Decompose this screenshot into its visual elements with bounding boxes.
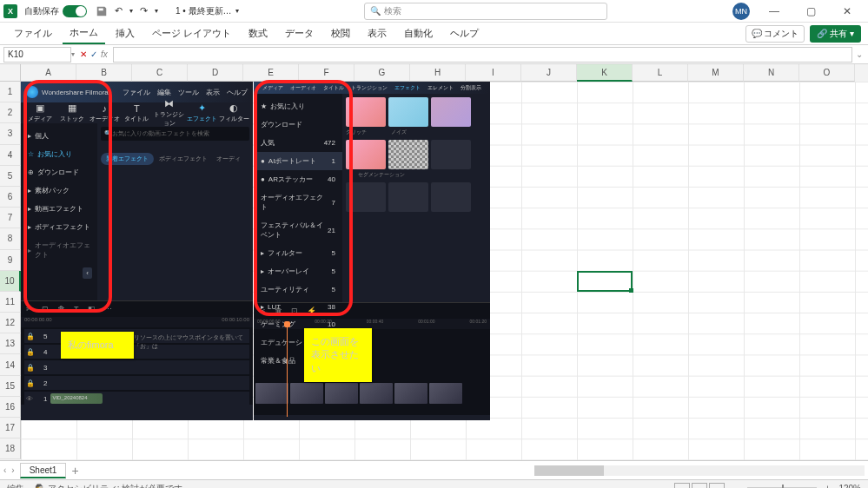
column-header[interactable]: F xyxy=(299,64,354,82)
selected-cell[interactable] xyxy=(577,271,633,292)
ribbon-tab-help[interactable]: ヘルプ xyxy=(443,23,486,43)
timeline-clip[interactable] xyxy=(255,383,288,404)
filmora-side-item[interactable]: 人気 472 xyxy=(254,134,342,152)
marker-icon[interactable]: ◧ xyxy=(88,305,96,313)
more-icon[interactable]: ⋯ xyxy=(104,305,112,313)
ribbon-tab-review[interactable]: 校閲 xyxy=(324,23,357,43)
delete-icon[interactable]: 🗑 xyxy=(57,305,65,313)
filmora-track[interactable]: 👁1VID_20240824 xyxy=(24,392,249,406)
maximize-button[interactable]: ▢ xyxy=(798,5,823,17)
fill-handle[interactable] xyxy=(629,288,633,293)
zoom-level[interactable]: 120% xyxy=(838,484,861,488)
column-header[interactable]: J xyxy=(521,64,577,82)
formula-input[interactable] xyxy=(113,47,852,63)
sticky-note-right[interactable]: この画面を表示させたい xyxy=(304,328,372,382)
chevron-down-icon[interactable]: ▾ xyxy=(129,7,133,15)
cell-area[interactable]: Wondershare Filmora ファイル 編集 ツール 表示 ヘルプ ▣… xyxy=(21,82,868,460)
row-header[interactable]: 10 xyxy=(0,271,21,292)
ribbon-tab-view[interactable]: 表示 xyxy=(361,23,394,43)
minimize-button[interactable]: — xyxy=(762,5,786,17)
timeline-clip[interactable] xyxy=(325,383,358,404)
filmora-side-item[interactable]: ユーティリティ 5 xyxy=(254,280,342,299)
row-header[interactable]: 7 xyxy=(0,208,21,228)
playhead-icon[interactable] xyxy=(287,325,288,417)
ribbon-tab-pagelayout[interactable]: ページ レイアウト xyxy=(145,23,238,43)
fx-icon[interactable]: fx xyxy=(101,49,108,59)
row-header[interactable]: 18 xyxy=(0,439,21,459)
embedded-image-filmora-target[interactable]: メディア オーディオ タイトル トランジション エフェクト エレメント 分割表示… xyxy=(254,82,490,420)
row-header[interactable]: 14 xyxy=(0,354,21,375)
ribbon-tab-automate[interactable]: 自動化 xyxy=(397,23,440,43)
effect-thumbnail[interactable] xyxy=(388,97,428,127)
filmora-tab-filter[interactable]: ◐フィルター xyxy=(219,102,249,123)
ribbon-tab-formulas[interactable]: 数式 xyxy=(242,23,275,43)
filmora-tab-effect[interactable]: ✦エフェクト xyxy=(186,102,216,123)
filmora-pill-body[interactable]: ボディエフェクト xyxy=(159,155,208,162)
tool-icon[interactable]: ✂ xyxy=(259,307,266,315)
filmora-side-item-aiportrait[interactable]: ● AIポートレート 1 xyxy=(254,152,342,170)
expand-formula-bar-icon[interactable]: ⌄ xyxy=(856,49,868,59)
chevron-down-icon[interactable]: ▾ xyxy=(155,7,158,15)
comments-button[interactable]: 💬 コメント xyxy=(745,25,805,43)
column-header[interactable]: M xyxy=(688,64,744,82)
collapse-icon[interactable]: ‹ xyxy=(83,267,92,279)
filmora-side-personal[interactable]: ▸ 個人 xyxy=(21,127,97,145)
row-header[interactable]: 5 xyxy=(0,166,21,187)
row-header[interactable]: 13 xyxy=(0,333,21,354)
page-break-view-button[interactable] xyxy=(709,483,725,489)
row-header[interactable]: 16 xyxy=(0,397,21,418)
close-button[interactable]: ✕ xyxy=(835,5,859,17)
filmora-tab-title[interactable]: Tタイトル xyxy=(122,103,152,123)
column-header[interactable]: E xyxy=(243,64,299,82)
sticky-note-left[interactable]: 私のfimora xyxy=(61,332,134,359)
column-header[interactable]: I xyxy=(466,64,521,82)
filmora-tab-stock[interactable]: ▦ストック xyxy=(56,102,87,123)
filmora-side-item[interactable]: フェスティバル＆イベント 21 xyxy=(254,216,342,244)
filmora-tab-media[interactable]: ▣メディア xyxy=(24,102,55,123)
filmora-side-download[interactable]: ⊕ ダウンロード xyxy=(21,163,97,181)
sheet-nav-next-icon[interactable]: › xyxy=(11,465,14,475)
column-header[interactable]: L xyxy=(633,64,688,82)
timeline-clip[interactable] xyxy=(360,383,393,404)
filmora-side-item[interactable]: ★ お気に入り xyxy=(254,97,342,115)
filmora-pill-audio[interactable]: オーディ xyxy=(216,155,241,162)
autosave-toggle[interactable]: 自動保存 xyxy=(24,5,87,17)
select-all-corner[interactable] xyxy=(0,64,21,82)
column-header[interactable]: A xyxy=(21,64,76,82)
redo-icon[interactable]: ↷ xyxy=(140,5,148,16)
filmora-side-item[interactable]: ▸ オーバーレイ 5 xyxy=(254,262,342,280)
filmora-side-bodyeffect[interactable]: ▸ ボディエフェクト xyxy=(21,218,97,236)
share-button[interactable]: 🔗 共有 ▾ xyxy=(810,25,861,43)
ribbon-tab-home[interactable]: ホーム xyxy=(63,23,105,44)
page-layout-view-button[interactable] xyxy=(692,483,707,489)
row-header[interactable]: 2 xyxy=(0,102,21,123)
filmora-side-favorites[interactable]: ☆ お気に入り xyxy=(21,145,97,163)
filmora-track[interactable]: 🔒3 xyxy=(24,360,249,374)
filmora-pill-new[interactable]: 新着エフェクト xyxy=(101,153,154,165)
row-header[interactable]: 11 xyxy=(0,292,21,313)
filmora-side-materialpack[interactable]: ▸ 素材パック xyxy=(21,181,97,200)
filmora-menu-view[interactable]: 表示 xyxy=(206,88,220,97)
normal-view-button[interactable] xyxy=(674,483,690,489)
filmora-side-item[interactable]: ▸ フィルター 5 xyxy=(254,244,342,262)
cancel-icon[interactable]: ✕ xyxy=(80,49,87,59)
save-icon[interactable] xyxy=(96,5,108,17)
text-icon[interactable]: T xyxy=(74,305,79,313)
chevron-down-icon[interactable]: ▾ xyxy=(71,50,75,58)
zoom-out-button[interactable]: − xyxy=(733,484,739,488)
name-box[interactable]: K10 xyxy=(3,47,71,63)
ribbon-tab-file[interactable]: ファイル xyxy=(7,23,59,43)
filmora-side-videoeffect[interactable]: ▸ 動画エフェクト xyxy=(21,200,97,218)
column-header[interactable]: H xyxy=(410,64,466,82)
column-header[interactable]: D xyxy=(188,64,243,82)
user-avatar[interactable]: MN xyxy=(732,3,750,20)
filmora-clip[interactable]: VID_20240824 xyxy=(50,393,103,404)
zoom-in-button[interactable]: + xyxy=(825,484,831,488)
horizontal-scrollbar[interactable] xyxy=(534,465,865,476)
column-header[interactable]: B xyxy=(76,64,132,82)
column-header[interactable]: O xyxy=(799,64,855,82)
row-header[interactable]: 1 xyxy=(0,82,21,102)
effect-thumbnail[interactable] xyxy=(388,140,428,169)
tool-icon[interactable]: ⚡ xyxy=(307,307,316,315)
ribbon-tab-data[interactable]: データ xyxy=(278,23,321,43)
